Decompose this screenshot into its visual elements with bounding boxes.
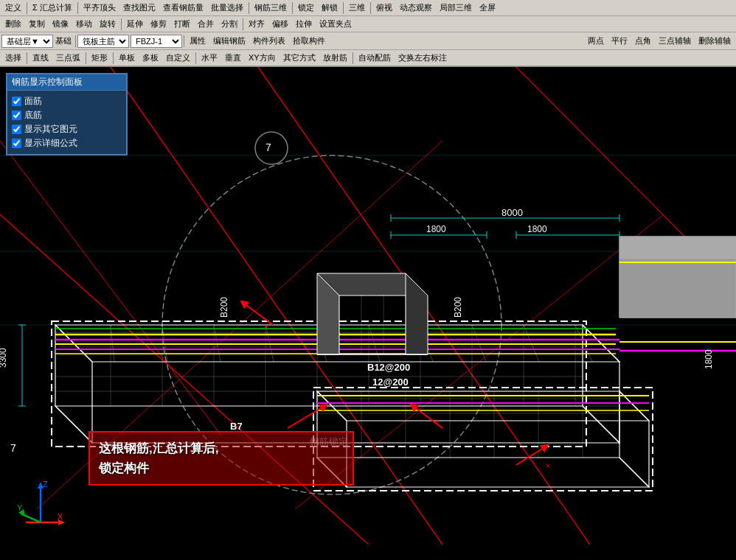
btn-horizontal[interactable]: 水平 — [198, 52, 221, 65]
checkbox-show-detail-label: 显示详细公式 — [24, 137, 77, 150]
main-canvas[interactable]: × × × B200 B200 1800 B12@200 12@200 B7 8… — [0, 67, 736, 545]
btn-component-list[interactable]: 构件列表 — [250, 35, 288, 48]
checkbox-di[interactable]: 底筋 — [12, 109, 122, 122]
btn-single-board[interactable]: 单板 — [116, 52, 138, 65]
btn-dynamic-observe[interactable]: 动态观察 — [397, 1, 435, 15]
btn-stretch[interactable]: 拉伸 — [293, 18, 315, 31]
btn-view-rebar[interactable]: 查看钢筋量 — [160, 1, 206, 15]
toolbar-row2[interactable]: 删除 复制 镜像 移动 旋转 延伸 修剪 打断 合并 分割 对齐 偏移 拉伸 设… — [0, 16, 736, 32]
btn-rebar-3d[interactable]: 钢筋三维 — [251, 1, 290, 15]
btn-parallel[interactable]: 平行 — [608, 35, 631, 48]
sep1 — [27, 2, 27, 14]
sep2 — [77, 2, 78, 14]
info-box-text: 这根钢筋,汇总计算后, 锁定构件 — [99, 438, 344, 478]
btn-3point-axis[interactable]: 三点辅轴 — [656, 35, 694, 48]
btn-radial-rebar[interactable]: 放射筋 — [320, 52, 350, 65]
sep15 — [353, 52, 353, 64]
checkbox-mian-label: 面筋 — [24, 95, 42, 108]
svg-text:8000: 8000 — [501, 207, 523, 218]
btn-align[interactable]: 对齐 — [246, 18, 268, 31]
svg-text:X: X — [58, 512, 63, 521]
info-overlay: 钢筋锁定 — [310, 435, 348, 449]
info-box: 这根钢筋,汇总计算后, 锁定构件 钢筋锁定 — [88, 431, 354, 486]
btn-two-point[interactable]: 两点 — [585, 35, 607, 48]
btn-rotate[interactable]: 旋转 — [97, 18, 119, 31]
toolbar-row4[interactable]: 选择 直线 三点弧 矩形 单板 多板 自定义 水平 垂直 XY方向 其它方式 放… — [0, 50, 736, 66]
btn-3d[interactable]: 三维 — [346, 1, 368, 15]
btn-edit-rebar[interactable]: 编辑钢筋 — [210, 35, 249, 48]
btn-local-3d[interactable]: 局部三维 — [437, 1, 475, 15]
sep6 — [370, 2, 371, 14]
btn-find-element[interactable]: 查找图元 — [120, 1, 159, 15]
svg-text:×: × — [546, 462, 550, 470]
btn-set-grip[interactable]: 设置夹点 — [316, 18, 355, 31]
sep8 — [243, 18, 243, 30]
btn-delete[interactable]: 删除 — [2, 18, 24, 31]
btn-property[interactable]: 属性 — [187, 35, 209, 48]
toolbar-row3[interactable]: 基础层▼ 基础 筏板主筋 FBZJ-1 属性 编辑钢筋 构件列表 拾取构件 两点… — [0, 32, 736, 50]
sep9 — [75, 35, 76, 47]
svg-text:×: × — [264, 323, 268, 331]
svg-text:12@200: 12@200 — [372, 377, 409, 388]
control-panel-body[interactable]: 面筋 底筋 显示其它图元 显示详细公式 — [7, 91, 126, 154]
layer-select[interactable]: 基础层▼ — [1, 35, 53, 48]
btn-delete-axis[interactable]: 删除辅轴 — [695, 35, 734, 48]
btn-batch-select[interactable]: 批量选择 — [208, 1, 246, 15]
sep14 — [195, 52, 196, 64]
checkbox-show-detail[interactable]: 显示详细公式 — [12, 137, 122, 150]
svg-text:3300: 3300 — [0, 348, 8, 368]
svg-line-121 — [21, 514, 41, 522]
component-type-select[interactable]: 筏板主筋 — [77, 35, 129, 48]
btn-vertical[interactable]: 垂直 — [222, 52, 244, 65]
btn-move[interactable]: 移动 — [73, 18, 95, 31]
btn-break[interactable]: 打断 — [171, 18, 193, 31]
btn-trim[interactable]: 修剪 — [147, 18, 170, 31]
btn-multi-board[interactable]: 多板 — [139, 52, 162, 65]
info-line2: 锁定构件 — [99, 458, 344, 478]
component-id-select[interactable]: FBZJ-1 — [131, 35, 182, 48]
btn-line[interactable]: 直线 — [29, 52, 52, 65]
btn-fullscreen[interactable]: 全屏 — [476, 1, 499, 15]
btn-select[interactable]: 选择 — [2, 52, 24, 65]
btn-other-way[interactable]: 其它方式 — [280, 52, 319, 65]
btn-point-angle[interactable]: 点角 — [632, 35, 654, 48]
svg-text:B200: B200 — [219, 297, 229, 318]
info-line1: 这根钢筋,汇总计算后, — [99, 438, 344, 458]
svg-text:7: 7 — [10, 442, 16, 454]
control-panel-title: 钢筋显示控制面板 — [7, 74, 126, 91]
btn-rectangle[interactable]: 矩形 — [88, 52, 111, 65]
checkbox-di-input[interactable] — [12, 111, 21, 120]
btn-3point-arc[interactable]: 三点弧 — [53, 52, 83, 65]
btn-top-view[interactable]: 俯视 — [373, 1, 395, 15]
sep12 — [86, 52, 86, 64]
checkbox-show-other-input[interactable] — [12, 125, 21, 134]
btn-flat-top[interactable]: 平齐顶头 — [80, 1, 119, 15]
btn-xy-dir[interactable]: XY方向 — [246, 52, 279, 65]
btn-mirror[interactable]: 镜像 — [49, 18, 72, 31]
btn-split[interactable]: 分割 — [218, 18, 240, 31]
checkbox-mian[interactable]: 面筋 — [12, 95, 122, 108]
btn-define[interactable]: 定义 — [2, 1, 24, 15]
svg-text:1800: 1800 — [704, 349, 714, 369]
sep3 — [249, 2, 249, 14]
btn-copy[interactable]: 复制 — [26, 18, 48, 31]
btn-unlock[interactable]: 解锁 — [319, 1, 341, 15]
btn-swap-annotation[interactable]: 交换左右标注 — [395, 52, 450, 65]
checkbox-show-other[interactable]: 显示其它图元 — [12, 123, 122, 136]
sep13 — [113, 52, 114, 64]
svg-text:1800: 1800 — [527, 224, 547, 234]
btn-custom[interactable]: 自定义 — [163, 52, 193, 65]
btn-lock[interactable]: 锁定 — [295, 1, 317, 15]
sep10 — [184, 35, 184, 47]
checkbox-show-detail-input[interactable] — [12, 139, 21, 148]
btn-sum-calc[interactable]: Σ 汇总计算 — [29, 1, 75, 15]
toolbar-row1[interactable]: 定义 Σ 汇总计算 平齐顶头 查找图元 查看钢筋量 批量选择 钢筋三维 锁定 解… — [0, 0, 736, 16]
btn-extend[interactable]: 延伸 — [124, 18, 146, 31]
control-panel: 钢筋显示控制面板 面筋 底筋 显示其它图元 显示详细公式 — [6, 73, 128, 155]
checkbox-mian-input[interactable] — [12, 97, 21, 106]
btn-pick-component[interactable]: 拾取构件 — [290, 35, 328, 48]
btn-auto-config[interactable]: 自动配筋 — [355, 52, 394, 65]
checkbox-show-other-label: 显示其它图元 — [24, 123, 77, 136]
btn-offset[interactable]: 偏移 — [269, 18, 291, 31]
btn-merge[interactable]: 合并 — [195, 18, 217, 31]
